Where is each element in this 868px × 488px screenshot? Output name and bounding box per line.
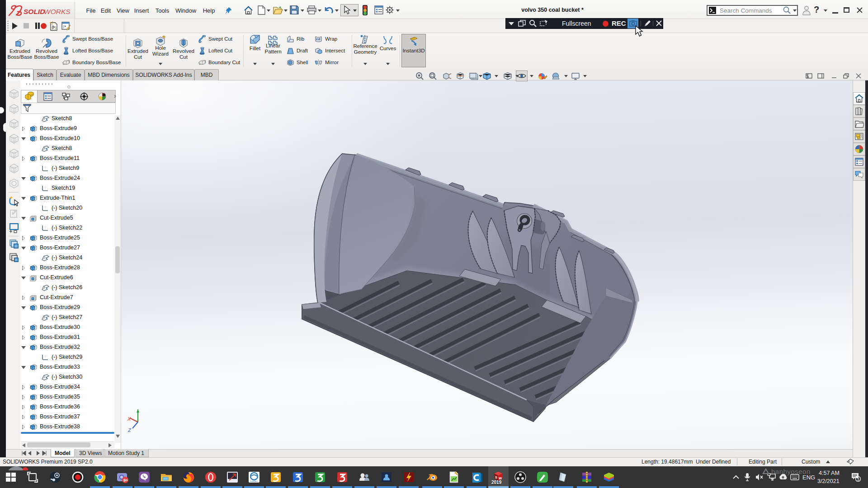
svg-text:cd: cd	[316, 37, 320, 41]
svg-text:trocen: trocen	[250, 480, 258, 483]
svg-text:X: X	[127, 416, 131, 422]
svg-text:Z: Z	[127, 427, 132, 433]
svg-text:WORKS: WORKS	[44, 8, 71, 15]
svg-text:S: S	[495, 475, 497, 479]
svg-text:3: 3	[857, 477, 859, 482]
svg-text:SOLID: SOLID	[24, 8, 45, 15]
svg-text:9+: 9+	[123, 478, 128, 483]
